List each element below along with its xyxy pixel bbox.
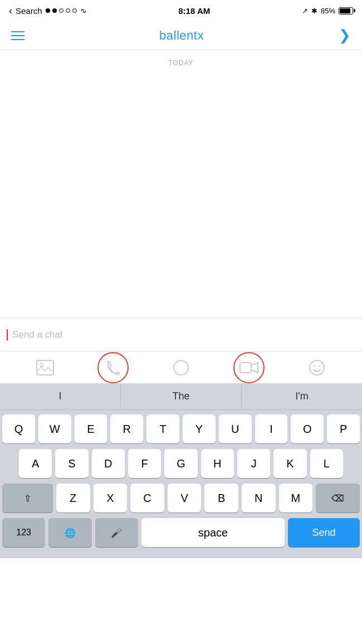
status-right: ↗ ✱ 85% xyxy=(302,7,353,15)
forward-button[interactable]: ❯ xyxy=(339,27,351,44)
key-a[interactable]: A xyxy=(19,449,52,478)
status-left: ‹ Search ∿ xyxy=(9,5,87,17)
signal-dot-5 xyxy=(72,8,77,13)
signal-dot-3 xyxy=(59,8,63,13)
svg-rect-3 xyxy=(240,363,251,373)
image-icon xyxy=(36,360,54,375)
backspace-key[interactable]: ⌫ xyxy=(316,484,360,513)
globe-key[interactable]: 🌐 xyxy=(48,518,91,547)
battery-percent: 85% xyxy=(321,7,335,15)
message-input[interactable] xyxy=(7,329,355,340)
emoji-button[interactable] xyxy=(302,353,331,382)
predictive-item-3[interactable]: I'm xyxy=(242,383,362,409)
keyboard: Q W E R T Y U I O P A S D F G H J K L ⇧ … xyxy=(0,410,362,558)
emoji-icon xyxy=(309,359,325,376)
location-icon: ↗ xyxy=(302,7,308,15)
menu-line-3 xyxy=(11,39,25,40)
key-y[interactable]: Y xyxy=(183,414,216,443)
signal-dot-1 xyxy=(46,8,50,13)
key-j[interactable]: J xyxy=(237,449,270,478)
video-button[interactable] xyxy=(234,353,263,382)
key-x[interactable]: X xyxy=(94,484,128,513)
video-icon xyxy=(239,361,258,374)
num-key[interactable]: 123 xyxy=(2,518,45,547)
chat-area: TODAY xyxy=(0,50,362,318)
svg-point-2 xyxy=(174,360,188,375)
key-i[interactable]: I xyxy=(255,414,288,443)
key-row-4: 123 🌐 🎤 space Send xyxy=(2,518,360,550)
wifi-icon: ∿ xyxy=(80,6,87,15)
carrier-label: Search xyxy=(16,6,42,16)
key-s[interactable]: S xyxy=(55,449,88,478)
signal-dot-4 xyxy=(66,8,70,13)
key-o[interactable]: O xyxy=(291,414,324,443)
key-t[interactable]: T xyxy=(146,414,179,443)
nav-header: ballentx ❯ xyxy=(0,21,362,50)
bluetooth-icon: ✱ xyxy=(311,7,317,15)
phone-icon xyxy=(105,360,121,375)
key-z[interactable]: Z xyxy=(56,484,90,513)
key-c[interactable]: C xyxy=(130,484,164,513)
key-rows: Q W E R T Y U I O P A S D F G H J K L ⇧ … xyxy=(0,410,362,558)
signal-dots xyxy=(46,8,77,13)
svg-point-1 xyxy=(40,363,43,367)
predictive-bar: I The I'm xyxy=(0,383,362,410)
chat-title: ballentx xyxy=(159,28,204,43)
key-f[interactable]: F xyxy=(128,449,161,478)
svg-rect-0 xyxy=(37,360,53,375)
svg-point-5 xyxy=(314,365,315,367)
key-w[interactable]: W xyxy=(38,414,71,443)
key-v[interactable]: V xyxy=(168,484,202,513)
image-button[interactable] xyxy=(31,353,60,382)
key-d[interactable]: D xyxy=(92,449,125,478)
key-row-3: ⇧ Z X C V B N M ⌫ xyxy=(2,484,360,513)
circle-icon xyxy=(172,359,190,377)
key-q[interactable]: Q xyxy=(2,414,35,443)
menu-line-1 xyxy=(11,31,25,32)
action-bar xyxy=(0,351,362,383)
key-u[interactable]: U xyxy=(219,414,252,443)
key-g[interactable]: G xyxy=(164,449,197,478)
key-b[interactable]: B xyxy=(204,484,238,513)
menu-button[interactable] xyxy=(11,31,25,40)
key-m[interactable]: M xyxy=(279,484,313,513)
phone-button[interactable] xyxy=(99,353,128,382)
key-l[interactable]: L xyxy=(310,449,343,478)
battery-icon xyxy=(339,7,353,14)
key-n[interactable]: N xyxy=(242,484,276,513)
key-row-1: Q W E R T Y U I O P xyxy=(2,414,360,443)
key-e[interactable]: E xyxy=(75,414,107,443)
battery-fill xyxy=(340,8,350,13)
back-arrow-icon[interactable]: ‹ xyxy=(9,5,12,17)
circle-button[interactable] xyxy=(167,353,195,382)
key-r[interactable]: R xyxy=(110,414,143,443)
predictive-item-1[interactable]: I xyxy=(0,383,121,409)
key-h[interactable]: H xyxy=(201,449,234,478)
status-bar: ‹ Search ∿ 8:18 AM ↗ ✱ 85% xyxy=(0,0,362,21)
message-input-area xyxy=(0,318,362,351)
shift-key[interactable]: ⇧ xyxy=(2,484,53,513)
key-row-2: A S D F G H J K L xyxy=(2,449,360,478)
svg-point-6 xyxy=(319,365,321,367)
space-key[interactable]: space xyxy=(141,518,285,547)
svg-point-4 xyxy=(310,360,324,375)
predictive-item-2[interactable]: The xyxy=(121,383,242,409)
key-p[interactable]: P xyxy=(327,414,360,443)
signal-dot-2 xyxy=(52,8,57,13)
send-key[interactable]: Send xyxy=(288,518,360,547)
mic-key[interactable]: 🎤 xyxy=(95,518,138,547)
key-k[interactable]: K xyxy=(273,449,306,478)
menu-line-2 xyxy=(11,35,25,36)
status-time: 8:18 AM xyxy=(178,6,210,16)
date-label: TODAY xyxy=(168,59,193,67)
